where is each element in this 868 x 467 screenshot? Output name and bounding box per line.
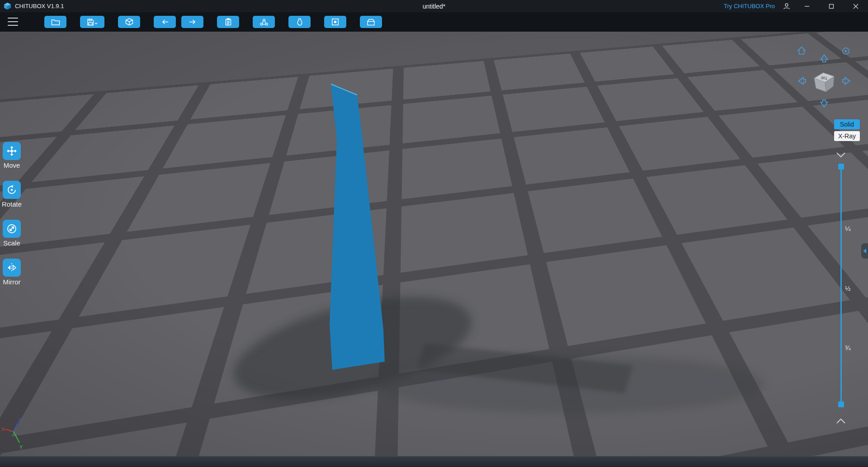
slider-step-up-icon[interactable] <box>836 418 846 424</box>
slider-label-quarter: ¼ <box>845 225 851 232</box>
solid-mode-button[interactable]: Solid <box>834 119 860 129</box>
rotate-left-arrow[interactable] <box>798 77 806 85</box>
mirror-label: Mirror <box>3 278 20 286</box>
slider-label-half: ½ <box>845 284 851 292</box>
hollow-button[interactable] <box>288 16 311 28</box>
minimize-button[interactable] <box>795 0 819 12</box>
try-pro-link[interactable]: Try CHITUBOX Pro <box>724 3 775 9</box>
export-model-button[interactable] <box>118 16 140 28</box>
scale-icon <box>6 223 17 234</box>
settings-panel-toggle[interactable] <box>861 243 868 259</box>
axes-gizmo: X Z Y <box>0 417 32 453</box>
view-cube[interactable]: Top <box>814 73 834 92</box>
bottle-icon <box>297 18 303 26</box>
open-file-button[interactable] <box>44 16 66 28</box>
scale-label: Scale <box>3 239 20 247</box>
model-mirror-housing[interactable] <box>0 32 868 457</box>
main-toolbar <box>0 12 868 32</box>
move-tool[interactable]: Move <box>1 142 23 169</box>
account-icon[interactable] <box>783 3 790 10</box>
folder-icon <box>51 19 60 26</box>
viewport-3d[interactable] <box>0 32 868 457</box>
axis-y-label: Y <box>19 444 23 450</box>
transform-tool-panel: Move Rotate Scale Mirror <box>1 142 23 286</box>
xray-mode-button[interactable]: X-Ray <box>834 131 860 141</box>
scale-tool[interactable]: Scale <box>1 220 23 247</box>
dig-hole-button[interactable] <box>324 16 346 28</box>
axis-z-label: Z <box>18 418 21 423</box>
layer-slider-handle-top[interactable] <box>838 164 844 170</box>
slice-button[interactable] <box>360 16 382 28</box>
slider-step-down-icon[interactable] <box>836 151 846 158</box>
rotate-label: Rotate <box>2 200 22 208</box>
axis-x-label: X <box>1 426 5 432</box>
model-back-plate <box>330 84 385 370</box>
home-view-icon[interactable] <box>797 47 806 54</box>
slider-label-threequarter: ¾ <box>845 344 851 352</box>
rotate-up-arrow[interactable] <box>821 55 828 62</box>
undo-button[interactable] <box>154 16 176 28</box>
auto-arrange-button[interactable] <box>253 16 275 28</box>
save-button[interactable] <box>80 16 104 28</box>
arrow-left-icon <box>161 19 169 25</box>
layer-slider-track[interactable] <box>840 168 842 406</box>
document-title: untitled* <box>423 3 446 10</box>
close-button[interactable] <box>844 0 868 12</box>
chevron-left-icon <box>863 249 866 253</box>
copy-button[interactable] <box>217 16 239 28</box>
cube-icon <box>125 18 133 26</box>
model-shadow <box>224 277 764 420</box>
view-navigation: Top <box>793 38 866 115</box>
maximize-button[interactable] <box>819 0 844 12</box>
view-cube-top-label: Top <box>821 76 827 81</box>
network-icon <box>260 19 268 26</box>
move-icon <box>6 146 17 156</box>
clipboard-icon <box>225 18 232 26</box>
layer-slider-handle-bottom[interactable] <box>838 401 844 407</box>
redo-button[interactable] <box>181 16 203 28</box>
save-icon <box>87 19 98 26</box>
box-icon <box>367 19 375 26</box>
chitubox-logo-icon <box>4 2 11 10</box>
move-label: Move <box>4 161 20 169</box>
rotate-right-arrow[interactable] <box>843 77 850 85</box>
menu-icon[interactable] <box>8 18 18 26</box>
rotate-down-arrow[interactable] <box>821 100 828 107</box>
hole-icon <box>331 18 339 26</box>
mirror-tool[interactable]: Mirror <box>1 259 23 286</box>
mirror-icon <box>6 262 17 273</box>
perspective-eye-icon[interactable] <box>843 48 849 54</box>
title-bar: CHITUBOX V1.9.1 untitled* Try CHITUBOX P… <box>0 0 868 12</box>
status-bar <box>0 456 868 467</box>
rotate-icon <box>6 184 17 195</box>
arrow-right-icon <box>189 19 197 25</box>
app-title: CHITUBOX V1.9.1 <box>15 3 64 9</box>
rotate-tool[interactable]: Rotate <box>1 181 23 208</box>
